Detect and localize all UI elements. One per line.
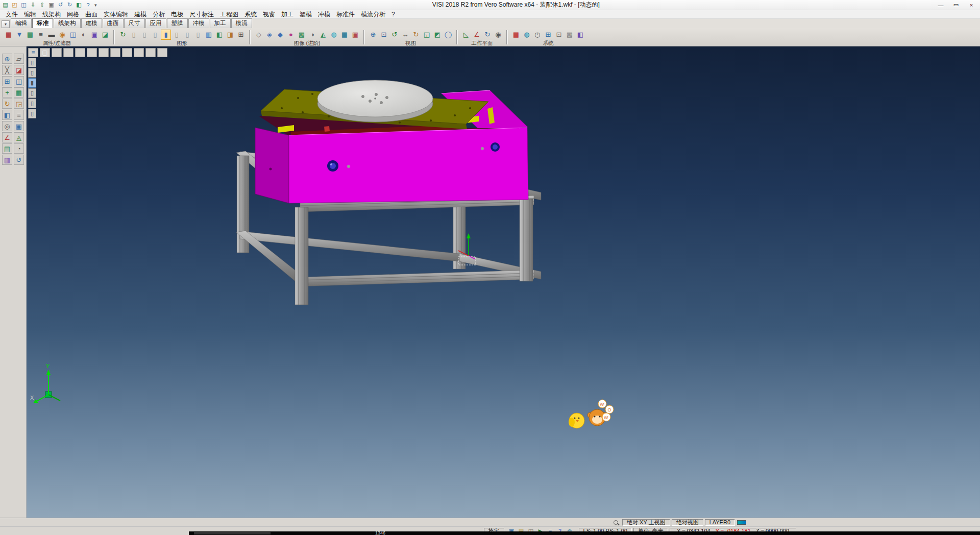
frame-leg-front-right[interactable] xyxy=(520,199,533,281)
qat-save-icon[interactable]: ◫ xyxy=(19,1,28,9)
graphics-bar-icon-6[interactable]: ▯ xyxy=(193,30,203,40)
minimize-button[interactable]: — xyxy=(933,1,948,9)
frame-rail-front-shelf[interactable] xyxy=(300,270,534,286)
ribbon-tab[interactable]: 曲面 xyxy=(103,18,124,28)
group-icon[interactable]: ▣ xyxy=(14,121,24,131)
line-width-icon[interactable]: ▬ xyxy=(46,30,57,40)
view-cube-right-icon[interactable] xyxy=(75,48,85,57)
menu-item[interactable]: 建模 xyxy=(131,10,150,19)
render-texture-icon[interactable]: ▩ xyxy=(297,30,307,40)
graphics-bar-icon-2[interactable]: ▯ xyxy=(139,30,150,40)
menu-item[interactable]: 塑模 xyxy=(297,10,315,19)
zoom-select-icon[interactable]: ⊕ xyxy=(2,54,12,64)
qat-help-icon[interactable]: ? xyxy=(84,1,92,9)
redraw-icon[interactable]: ↻ xyxy=(118,30,128,40)
qat-print-icon[interactable]: ▣ xyxy=(47,1,56,9)
zoom-extents-icon[interactable]: ⊕ xyxy=(368,30,378,40)
pattern-icon[interactable]: ▦ xyxy=(14,87,24,98)
workplane-create-icon[interactable]: ◺ xyxy=(461,30,471,40)
view-refresh-icon[interactable]: ◯ xyxy=(443,30,453,40)
system-globe-icon[interactable]: ◍ xyxy=(522,30,532,40)
layer-manager-icon[interactable]: ▤ xyxy=(25,30,35,40)
workplane-reset-icon[interactable]: ◉ xyxy=(493,30,503,40)
frame-leg-front-left[interactable] xyxy=(295,207,308,305)
graphics-solid-icon[interactable]: ◧ xyxy=(214,30,225,40)
system-calculator-icon[interactable]: ⊡ xyxy=(554,30,564,40)
ribbon-tab[interactable]: 模流 xyxy=(231,18,252,28)
ribbon-tab[interactable]: 标准 xyxy=(32,18,53,28)
menu-item[interactable]: ? xyxy=(388,11,398,18)
view-blank-icon[interactable]: ▢ xyxy=(40,48,50,57)
menu-item[interactable]: 系统 xyxy=(241,10,260,19)
filter-slot-icon-3[interactable]: ▮ xyxy=(28,78,36,88)
ribbon-tab[interactable]: 冲模 xyxy=(188,18,209,28)
quick-access-dropdown[interactable]: ▾ xyxy=(92,3,99,8)
system-snap-icon[interactable]: ⊞ xyxy=(543,30,553,40)
qat-new-icon[interactable]: ▤ xyxy=(1,1,10,9)
view-cube-back-icon[interactable] xyxy=(99,48,109,57)
system-grid-icon[interactable]: ▩ xyxy=(565,30,575,40)
menu-item[interactable]: 冲模 xyxy=(315,10,333,19)
system-render-icon[interactable]: ◧ xyxy=(575,30,585,40)
menu-item[interactable]: 分析 xyxy=(150,10,168,19)
menu-item[interactable]: 尺寸标注 xyxy=(186,10,217,19)
ribbon-tab[interactable]: 编辑 xyxy=(11,18,32,28)
ribbon-tab[interactable]: 加工 xyxy=(210,18,231,28)
viewport-3d-scene[interactable]: Y X W O W xyxy=(27,46,980,518)
viewport[interactable]: ≡▢ xyxy=(27,46,980,518)
filter-slot-icon-1[interactable]: ▯ xyxy=(28,58,36,67)
rotate-entity-icon[interactable]: ↻ xyxy=(2,99,12,109)
box-front-wall[interactable] xyxy=(289,128,528,203)
graphics-bar-icon-5[interactable]: ▯ xyxy=(182,30,192,40)
layer-field[interactable]: LAYER0 xyxy=(705,519,735,526)
qat-view-icon[interactable]: ◧ xyxy=(75,1,83,9)
render-shaded-icon[interactable]: ◆ xyxy=(275,30,285,40)
ribbon-tab[interactable]: 线架构 xyxy=(54,18,81,28)
view-cube-front-icon[interactable] xyxy=(63,48,74,57)
view-cube-iso-icon[interactable] xyxy=(122,48,132,57)
box-left-wall[interactable] xyxy=(255,128,289,203)
menu-item[interactable]: 视窗 xyxy=(260,10,278,19)
selection-filter-icon[interactable]: ▣ xyxy=(89,30,100,40)
menu-item[interactable]: 加工 xyxy=(278,10,297,19)
render-shadow-icon[interactable]: ◑ xyxy=(307,30,317,40)
pan-icon[interactable]: ↔ xyxy=(400,30,410,40)
zoom-previous-icon[interactable]: ↺ xyxy=(389,30,400,40)
filter-slot-icon-6[interactable]: ▯ xyxy=(28,109,36,118)
render-snapshot-icon[interactable]: ▣ xyxy=(350,30,360,40)
color-picker-icon[interactable]: ◉ xyxy=(57,30,67,40)
align-icon[interactable]: ≡ xyxy=(14,110,24,120)
menu-item[interactable]: 实体编辑 xyxy=(101,10,131,19)
history-icon[interactable]: ↺ xyxy=(14,155,24,165)
menu-item[interactable]: 网格 xyxy=(64,10,82,19)
graphics-bar-icon-4[interactable]: ▯ xyxy=(172,30,182,40)
filter-slot-icon-5[interactable]: ▯ xyxy=(28,99,36,108)
layer-list-icon[interactable]: ▤ xyxy=(2,143,12,154)
qat-import-icon[interactable]: ⇩ xyxy=(29,1,37,9)
sketch-icon[interactable]: ▱ xyxy=(14,54,24,64)
view-cube-dynamic-icon[interactable] xyxy=(157,48,167,57)
swatch-icon[interactable]: ▦ xyxy=(2,155,12,165)
menu-item[interactable]: 曲面 xyxy=(82,10,101,19)
graphics-bar-selected-icon[interactable]: ▮ xyxy=(161,30,171,40)
translate-icon[interactable]: + xyxy=(2,87,12,98)
menu-item[interactable]: 线架构 xyxy=(39,10,64,19)
maximize-button[interactable]: ▭ xyxy=(948,1,964,9)
system-options-icon[interactable]: ◴ xyxy=(532,30,543,40)
erase-icon[interactable]: ◪ xyxy=(14,65,24,75)
ribbon-tab[interactable]: 应用 xyxy=(145,18,166,28)
graphics-bar-icon-1[interactable]: ▯ xyxy=(129,30,139,40)
trim-icon[interactable]: ╳ xyxy=(2,65,12,75)
qat-open-icon[interactable]: ◰ xyxy=(10,1,19,9)
system-colors-icon[interactable]: ▦ xyxy=(511,30,521,40)
close-button[interactable]: × xyxy=(964,1,979,9)
render-wireframe-icon[interactable]: ◇ xyxy=(254,30,264,40)
render-section-icon[interactable]: ◭ xyxy=(318,30,328,40)
filter-slot-icon-4[interactable]: ▯ xyxy=(28,88,36,98)
menu-item[interactable]: 电极 xyxy=(168,10,186,19)
visibility-filter-icon[interactable]: ◐ xyxy=(79,30,89,40)
orbit-icon[interactable]: ↻ xyxy=(411,30,421,40)
menu-item[interactable]: 文件 xyxy=(3,10,21,19)
scale-icon[interactable]: ◲ xyxy=(14,99,24,109)
graphics-wire-icon[interactable]: ◨ xyxy=(225,30,235,40)
